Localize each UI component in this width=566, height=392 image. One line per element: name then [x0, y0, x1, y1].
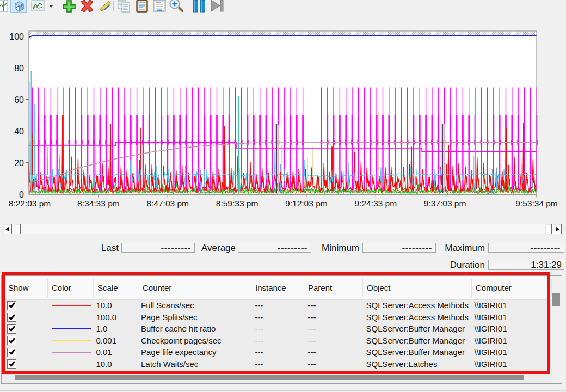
svg-text:100: 100: [9, 32, 24, 41]
svg-text:9:12:03 pm: 9:12:03 pm: [285, 199, 328, 208]
svg-text:8:34:33 pm: 8:34:33 pm: [77, 199, 120, 208]
svg-text:9:53:34 pm: 9:53:34 pm: [515, 199, 558, 208]
svg-text:8:47:03 pm: 8:47:03 pm: [146, 199, 189, 208]
svg-text:9:37:03 pm: 9:37:03 pm: [424, 199, 466, 208]
svg-text:0: 0: [19, 190, 24, 199]
svg-text:40: 40: [14, 127, 24, 136]
svg-text:60: 60: [14, 95, 24, 105]
svg-text:8:22:03 pm: 8:22:03 pm: [9, 199, 51, 208]
svg-text:9:24:33 pm: 9:24:33 pm: [355, 199, 397, 208]
svg-text:8:59:33 pm: 8:59:33 pm: [216, 199, 259, 208]
svg-text:20: 20: [14, 158, 24, 168]
svg-text:80: 80: [14, 64, 24, 73]
